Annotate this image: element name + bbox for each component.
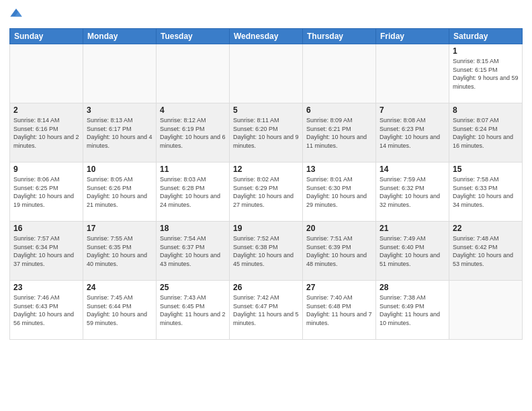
weekday-header-monday: Monday bbox=[83, 29, 157, 44]
day-info: Sunrise: 8:03 AM Sunset: 6:28 PM Dayligh… bbox=[160, 175, 226, 209]
calendar-day: 28Sunrise: 7:38 AM Sunset: 6:49 PM Dayli… bbox=[376, 281, 449, 340]
day-info: Sunrise: 8:02 AM Sunset: 6:29 PM Dayligh… bbox=[233, 175, 299, 209]
calendar-day: 3Sunrise: 8:13 AM Sunset: 6:17 PM Daylig… bbox=[83, 103, 157, 163]
calendar-day bbox=[157, 44, 230, 103]
calendar-day: 1Sunrise: 8:15 AM Sunset: 6:15 PM Daylig… bbox=[449, 44, 523, 103]
calendar-day: 24Sunrise: 7:45 AM Sunset: 6:44 PM Dayli… bbox=[83, 281, 157, 340]
day-number: 5 bbox=[233, 105, 299, 115]
calendar-day: 27Sunrise: 7:40 AM Sunset: 6:48 PM Dayli… bbox=[303, 281, 376, 340]
calendar-day: 15Sunrise: 7:58 AM Sunset: 6:33 PM Dayli… bbox=[449, 163, 523, 222]
weekday-header-tuesday: Tuesday bbox=[157, 29, 230, 44]
calendar-table: SundayMondayTuesdayWednesdayThursdayFrid… bbox=[9, 28, 523, 340]
day-info: Sunrise: 7:55 AM Sunset: 6:35 PM Dayligh… bbox=[87, 234, 152, 268]
day-info: Sunrise: 7:51 AM Sunset: 6:39 PM Dayligh… bbox=[306, 234, 372, 268]
weekday-header-row: SundayMondayTuesdayWednesdayThursdayFrid… bbox=[10, 29, 523, 44]
day-info: Sunrise: 7:57 AM Sunset: 6:34 PM Dayligh… bbox=[13, 234, 79, 268]
day-info: Sunrise: 7:38 AM Sunset: 6:49 PM Dayligh… bbox=[380, 293, 445, 327]
calendar-day: 12Sunrise: 8:02 AM Sunset: 6:29 PM Dayli… bbox=[230, 163, 303, 222]
day-number: 21 bbox=[380, 224, 445, 233]
calendar-day: 10Sunrise: 8:05 AM Sunset: 6:26 PM Dayli… bbox=[83, 163, 157, 222]
day-number: 25 bbox=[160, 283, 226, 292]
day-number: 11 bbox=[160, 165, 226, 174]
calendar-day bbox=[230, 44, 303, 103]
calendar-day: 23Sunrise: 7:46 AM Sunset: 6:43 PM Dayli… bbox=[10, 281, 83, 340]
day-number: 27 bbox=[306, 283, 372, 292]
day-number: 2 bbox=[13, 105, 79, 115]
day-info: Sunrise: 7:45 AM Sunset: 6:44 PM Dayligh… bbox=[87, 293, 152, 327]
calendar-day: 4Sunrise: 8:12 AM Sunset: 6:19 PM Daylig… bbox=[157, 103, 230, 163]
calendar-day: 19Sunrise: 7:52 AM Sunset: 6:38 PM Dayli… bbox=[230, 222, 303, 281]
calendar-week-row: 16Sunrise: 7:57 AM Sunset: 6:34 PM Dayli… bbox=[10, 222, 523, 281]
calendar-day: 13Sunrise: 8:01 AM Sunset: 6:30 PM Dayli… bbox=[303, 163, 376, 222]
day-number: 8 bbox=[453, 105, 519, 115]
calendar-day: 8Sunrise: 8:07 AM Sunset: 6:24 PM Daylig… bbox=[449, 103, 523, 163]
calendar-week-row: 9Sunrise: 8:06 AM Sunset: 6:25 PM Daylig… bbox=[10, 163, 523, 222]
day-number: 28 bbox=[380, 283, 445, 292]
day-number: 15 bbox=[453, 165, 519, 174]
day-number: 3 bbox=[87, 105, 152, 115]
weekday-header-sunday: Sunday bbox=[10, 29, 83, 44]
day-number: 14 bbox=[380, 165, 445, 174]
calendar-day: 2Sunrise: 8:14 AM Sunset: 6:16 PM Daylig… bbox=[10, 103, 83, 163]
calendar-day: 9Sunrise: 8:06 AM Sunset: 6:25 PM Daylig… bbox=[10, 163, 83, 222]
calendar-day: 16Sunrise: 7:57 AM Sunset: 6:34 PM Dayli… bbox=[10, 222, 83, 281]
day-number: 13 bbox=[306, 165, 372, 174]
day-info: Sunrise: 7:42 AM Sunset: 6:47 PM Dayligh… bbox=[233, 293, 299, 327]
calendar-day: 21Sunrise: 7:49 AM Sunset: 6:40 PM Dayli… bbox=[376, 222, 449, 281]
calendar-week-row: 1Sunrise: 8:15 AM Sunset: 6:15 PM Daylig… bbox=[10, 44, 523, 103]
weekday-header-wednesday: Wednesday bbox=[230, 29, 303, 44]
calendar-day: 11Sunrise: 8:03 AM Sunset: 6:28 PM Dayli… bbox=[157, 163, 230, 222]
calendar-day: 18Sunrise: 7:54 AM Sunset: 6:37 PM Dayli… bbox=[157, 222, 230, 281]
calendar-day bbox=[376, 44, 449, 103]
calendar-day bbox=[10, 44, 83, 103]
day-number: 1 bbox=[453, 46, 519, 56]
calendar-day: 7Sunrise: 8:08 AM Sunset: 6:23 PM Daylig… bbox=[376, 103, 449, 163]
day-info: Sunrise: 8:13 AM Sunset: 6:17 PM Dayligh… bbox=[87, 116, 152, 150]
weekday-header-friday: Friday bbox=[376, 29, 449, 44]
calendar-day: 5Sunrise: 8:11 AM Sunset: 6:20 PM Daylig… bbox=[230, 103, 303, 163]
calendar-day bbox=[449, 281, 523, 340]
day-number: 16 bbox=[13, 224, 79, 233]
day-number: 24 bbox=[87, 283, 152, 292]
day-info: Sunrise: 8:09 AM Sunset: 6:21 PM Dayligh… bbox=[306, 116, 372, 150]
day-number: 23 bbox=[13, 283, 79, 292]
page-header bbox=[9, 7, 523, 23]
day-number: 10 bbox=[87, 165, 152, 174]
day-info: Sunrise: 8:01 AM Sunset: 6:30 PM Dayligh… bbox=[306, 175, 372, 209]
day-number: 20 bbox=[306, 224, 372, 233]
day-number: 4 bbox=[160, 105, 226, 115]
calendar-day: 17Sunrise: 7:55 AM Sunset: 6:35 PM Dayli… bbox=[83, 222, 157, 281]
calendar-day bbox=[303, 44, 376, 103]
day-number: 22 bbox=[453, 224, 519, 233]
weekday-header-thursday: Thursday bbox=[303, 29, 376, 44]
calendar-day: 20Sunrise: 7:51 AM Sunset: 6:39 PM Dayli… bbox=[303, 222, 376, 281]
day-number: 12 bbox=[233, 165, 299, 174]
day-number: 19 bbox=[233, 224, 299, 233]
day-info: Sunrise: 7:54 AM Sunset: 6:37 PM Dayligh… bbox=[160, 234, 226, 268]
day-info: Sunrise: 7:59 AM Sunset: 6:32 PM Dayligh… bbox=[380, 175, 445, 209]
calendar-week-row: 2Sunrise: 8:14 AM Sunset: 6:16 PM Daylig… bbox=[10, 103, 523, 163]
calendar-day: 25Sunrise: 7:43 AM Sunset: 6:45 PM Dayli… bbox=[157, 281, 230, 340]
day-info: Sunrise: 8:11 AM Sunset: 6:20 PM Dayligh… bbox=[233, 116, 299, 150]
day-info: Sunrise: 7:49 AM Sunset: 6:40 PM Dayligh… bbox=[380, 234, 445, 268]
day-info: Sunrise: 8:06 AM Sunset: 6:25 PM Dayligh… bbox=[13, 175, 79, 209]
calendar-day: 22Sunrise: 7:48 AM Sunset: 6:42 PM Dayli… bbox=[449, 222, 523, 281]
day-info: Sunrise: 7:46 AM Sunset: 6:43 PM Dayligh… bbox=[13, 293, 79, 327]
calendar-day bbox=[83, 44, 157, 103]
day-info: Sunrise: 8:08 AM Sunset: 6:23 PM Dayligh… bbox=[380, 116, 445, 150]
day-info: Sunrise: 7:48 AM Sunset: 6:42 PM Dayligh… bbox=[453, 234, 519, 268]
day-info: Sunrise: 7:52 AM Sunset: 6:38 PM Dayligh… bbox=[233, 234, 299, 268]
calendar-day: 6Sunrise: 8:09 AM Sunset: 6:21 PM Daylig… bbox=[303, 103, 376, 163]
day-number: 17 bbox=[87, 224, 152, 233]
day-number: 6 bbox=[306, 105, 372, 115]
day-number: 26 bbox=[233, 283, 299, 292]
day-info: Sunrise: 7:40 AM Sunset: 6:48 PM Dayligh… bbox=[306, 293, 372, 327]
day-info: Sunrise: 8:12 AM Sunset: 6:19 PM Dayligh… bbox=[160, 116, 226, 150]
day-info: Sunrise: 8:07 AM Sunset: 6:24 PM Dayligh… bbox=[453, 116, 519, 150]
day-info: Sunrise: 8:05 AM Sunset: 6:26 PM Dayligh… bbox=[87, 175, 152, 209]
day-info: Sunrise: 8:15 AM Sunset: 6:15 PM Dayligh… bbox=[453, 57, 519, 91]
calendar-day: 14Sunrise: 7:59 AM Sunset: 6:32 PM Dayli… bbox=[376, 163, 449, 222]
day-number: 7 bbox=[380, 105, 445, 115]
day-number: 18 bbox=[160, 224, 226, 233]
logo bbox=[9, 7, 24, 23]
